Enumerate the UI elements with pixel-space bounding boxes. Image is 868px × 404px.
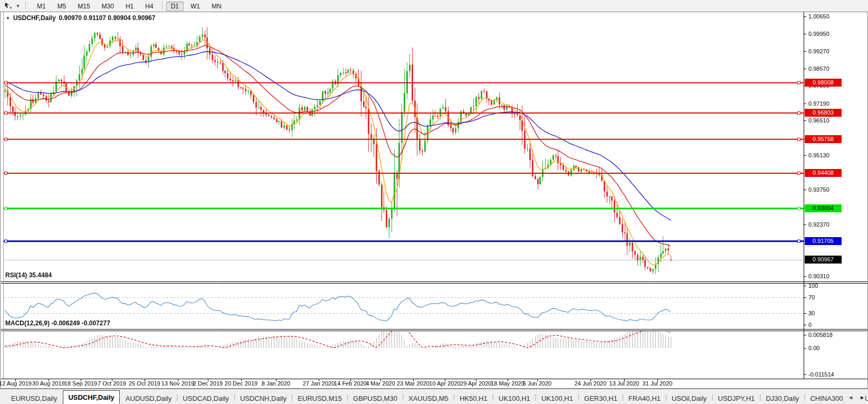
price-line-badge: 0.96803 xyxy=(805,109,842,117)
tab-gbpusd-m30[interactable]: GBPUSD,M30 xyxy=(348,393,402,404)
price-line-badge: 0.94408 xyxy=(805,169,842,177)
tab-usdchf-daily[interactable]: USDCHF,Daily xyxy=(63,390,119,404)
chart-canvas[interactable] xyxy=(1,12,867,388)
timeframe-button-m1[interactable]: M1 xyxy=(32,2,51,11)
rsi-axis-tick: 100 xyxy=(808,282,856,289)
price-line-badge: 0.93004 xyxy=(805,204,842,212)
tab-scroll-right-icon[interactable]: ► xyxy=(860,394,865,401)
tab-dj30-daily[interactable]: DJ30,Daily xyxy=(761,393,804,404)
timeframe-button-m30[interactable]: M30 xyxy=(97,2,119,11)
chart-title: ▼ USDCHF,Daily 0.90970 0.91107 0.90904 0… xyxy=(6,14,155,22)
rsi-axis-tick: 0 xyxy=(808,321,856,328)
macd-axis-tick: 0.00 xyxy=(808,344,856,352)
tab-xauusd-m5[interactable]: XAUUSD,M5 xyxy=(404,393,453,404)
timeframe-button-mn[interactable]: MN xyxy=(207,2,226,11)
price-axis-tick: 0.96510 xyxy=(808,117,856,124)
rsi-indicator-label: RSI(14) 35.4484 xyxy=(5,271,52,279)
chart-ohlc-values: 0.90970 0.91107 0.90904 0.90967 xyxy=(59,14,156,22)
tab-scroll-left-icon[interactable]: ◄ xyxy=(848,394,853,401)
toolbar-drag-handle xyxy=(25,2,26,10)
price-axis-tick: 0.99270 xyxy=(808,48,856,55)
tab-uk100-h1[interactable]: UK100,H1 xyxy=(537,393,578,404)
price-line-badge: 0.90967 xyxy=(805,256,842,264)
toolbar-separator xyxy=(162,1,163,10)
price-axis-tick: 1.00650 xyxy=(808,13,856,20)
timeframe-button-w1[interactable]: W1 xyxy=(186,2,205,11)
chart-collapse-icon[interactable]: ▼ xyxy=(6,16,10,21)
price-axis-tick: 0.90310 xyxy=(808,273,856,280)
timeframe-button-m15[interactable]: M15 xyxy=(73,2,94,11)
date-axis-label: 5 Jun 2020 xyxy=(516,380,558,387)
macd-indicator-label: MACD(12,26,9) -0.006249 -0.007277 xyxy=(5,320,110,327)
chart-window: ▼ USDCHF,Daily 0.90970 0.91107 0.90904 0… xyxy=(0,12,868,389)
tab-usdcad-daily[interactable]: USDCAD,Daily xyxy=(178,393,233,404)
tab-fra40-h1[interactable]: FRA40,H1 xyxy=(624,393,665,404)
tab-uk100-h1[interactable]: UK100,H1 xyxy=(494,393,535,404)
macd-axis-tick: -0.011514 xyxy=(808,371,856,378)
rsi-axis-tick: 70 xyxy=(808,294,856,301)
timeframe-button-group: M1M5M15M30H1H4D1W1MN xyxy=(31,1,227,11)
price-line-badge: 0.95758 xyxy=(805,135,842,143)
rsi-axis-tick: 30 xyxy=(808,309,856,317)
top-toolbar: ▼ M1M5M15M30H1H4D1W1MN xyxy=(0,0,868,12)
timeframe-button-h1[interactable]: H1 xyxy=(121,2,138,11)
chart-symbol-label: USDCHF,Daily xyxy=(13,14,56,22)
timeframe-button-d1[interactable]: D1 xyxy=(166,2,184,11)
tab-hk50-h1[interactable]: HK50,H1 xyxy=(455,393,492,404)
date-axis-label: 8 Jan 2020 xyxy=(255,380,297,387)
price-axis-tick: 0.98570 xyxy=(808,65,856,72)
tab-usdcnh-daily[interactable]: USDCNH,Daily xyxy=(235,393,291,404)
price-line-badge: 0.98008 xyxy=(805,79,842,87)
price-line-badge: 0.91705 xyxy=(805,237,842,245)
tab-ger30-h1[interactable]: GER30,H1 xyxy=(579,393,622,404)
price-axis-tick: 0.95130 xyxy=(808,152,856,159)
tab-audusd-daily[interactable]: AUDUSD,Daily xyxy=(121,393,176,404)
price-axis-tick: 0.99950 xyxy=(808,30,856,37)
tab-eurusd-m15[interactable]: EURUSD,M15 xyxy=(293,393,347,404)
tab-usoil-daily[interactable]: USOil,Daily xyxy=(667,393,711,404)
date-axis-label: 31 Jul 2020 xyxy=(636,380,679,387)
price-axis-tick: 0.92370 xyxy=(808,221,856,228)
cursor-tool-icon[interactable] xyxy=(2,1,16,11)
toolbar-dropdown-caret[interactable]: ▼ xyxy=(16,4,20,8)
price-axis-tick: 0.93750 xyxy=(808,186,856,193)
timeframe-button-m5[interactable]: M5 xyxy=(53,2,71,11)
chart-tab-bar: EURUSD,DailyUSDCHF,DailyAUDUSD,Daily|USD… xyxy=(0,389,868,404)
tab-scroll-arrows: ◄ ► xyxy=(844,394,865,401)
price-axis-tick: 0.97190 xyxy=(808,100,856,107)
macd-axis-tick: 0.005818 xyxy=(808,331,856,339)
timeframe-button-h4[interactable]: H4 xyxy=(140,2,158,11)
tab-usdjpy-h1[interactable]: USDJPY,H1 xyxy=(713,393,760,404)
tab-strip: EURUSD,DailyUSDCHF,DailyAUDUSD,Daily|USD… xyxy=(6,390,868,404)
tab-eurusd-daily[interactable]: EURUSD,Daily xyxy=(6,393,62,404)
